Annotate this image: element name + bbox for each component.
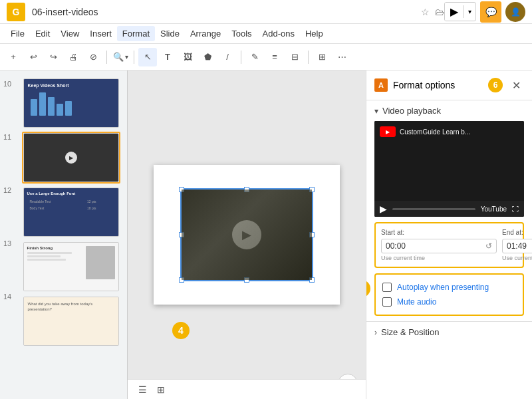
handle-tr[interactable]	[309, 187, 315, 192]
main-container: 10 11 12 13 14 Keep Videos Short	[0, 70, 532, 399]
video-play-button[interactable]: ▶	[380, 203, 387, 214]
cell: 12 pts	[86, 199, 114, 204]
text-tool[interactable]: T	[158, 48, 177, 66]
line-tool[interactable]: /	[218, 48, 237, 66]
handle-br[interactable]	[309, 277, 315, 283]
menu-insert[interactable]: Insert	[84, 26, 117, 41]
slides-sidebar: 10 11 12 13 14 Keep Videos Short	[0, 70, 128, 399]
menu-format[interactable]: Format	[117, 26, 155, 41]
present-main[interactable]: ▶	[445, 3, 464, 21]
paint-format-button[interactable]: ⊘	[84, 48, 102, 66]
slide-thumb-13[interactable]: Finish Strong	[22, 241, 120, 293]
start-time-input[interactable]	[386, 241, 485, 251]
menu-tools[interactable]: Tools	[226, 26, 257, 41]
menu-help[interactable]: Help	[300, 26, 329, 41]
end-time-hint[interactable]: Use current time	[502, 255, 532, 261]
slide-thumb-11[interactable]: ▶	[22, 132, 120, 184]
menu-file[interactable]: File	[5, 26, 30, 41]
time-fields-row: Start at: ↺ Use current time End at: ↺ U…	[381, 229, 517, 261]
menu-addons[interactable]: Add-ons	[257, 26, 300, 41]
slide13-image	[86, 246, 115, 279]
list-tool[interactable]: ≡	[265, 48, 284, 66]
slide-numbers: 10 11 12 13 14	[0, 70, 15, 399]
image-tool[interactable]: 🖼	[178, 48, 197, 66]
line-2	[27, 255, 61, 257]
start-reset-icon[interactable]: ↺	[485, 241, 492, 251]
handle-tl[interactable]	[179, 187, 184, 192]
print-button[interactable]: 🖨	[64, 48, 82, 66]
handle-ml[interactable]	[179, 232, 184, 237]
mute-checkbox[interactable]	[382, 297, 392, 307]
video-element[interactable]: ▶	[180, 188, 313, 281]
bar-2	[39, 92, 46, 116]
line-1	[27, 252, 72, 254]
toolbar: + ↩ ↪ 🖨 ⊘ 🔍 ▾ ↖ T 🖼 ⬟ / ✎ ≡ ⊟ ⊞ ⋯	[0, 44, 532, 70]
video-progress-bar[interactable]	[392, 208, 475, 210]
table-tool[interactable]: ⊟	[285, 48, 304, 66]
video-playback-section-header[interactable]: ▾ Video playback	[366, 100, 532, 121]
menu-slide[interactable]: Slide	[155, 26, 185, 41]
mute-option-row: Mute audio	[382, 295, 516, 309]
more-tools[interactable]: ⋯	[332, 48, 351, 66]
canvas-nav-bar: ☰ ⊞	[128, 379, 366, 399]
format-panel-header: A Format options 6 ✕	[366, 70, 532, 100]
mute-label[interactable]: Mute audio	[397, 297, 436, 307]
redo-button[interactable]: ↪	[44, 48, 63, 66]
autoplay-checkbox[interactable]	[382, 283, 392, 292]
start-time-hint[interactable]: Use current time	[381, 255, 497, 261]
end-time-input-row: ↺	[502, 239, 532, 253]
cell: 18 pts	[86, 205, 114, 211]
handle-tc[interactable]	[244, 187, 249, 192]
folder-icon[interactable]: 🗁	[435, 7, 444, 17]
menu-arrange[interactable]: Arrange	[185, 26, 226, 41]
undo-button[interactable]: ↩	[24, 48, 43, 66]
slide12-table: Readable Text12 pts Body Text18 pts	[27, 198, 115, 212]
time-section: Start at: ↺ Use current time End at: ↺ U…	[374, 222, 524, 268]
slide-number-13: 13	[3, 237, 11, 290]
autoplay-label[interactable]: Autoplay when presenting	[397, 283, 489, 292]
format-panel-close-button[interactable]: ✕	[508, 77, 524, 93]
video-play-circle[interactable]: ▶	[232, 220, 261, 249]
profile-avatar[interactable]: 👤	[505, 2, 525, 22]
handle-mr[interactable]	[309, 232, 315, 237]
slide-thumb-14[interactable]: What did you take away from today's pres…	[22, 295, 120, 347]
speaker-notes-button[interactable]: 💬	[480, 1, 501, 23]
start-time-input-row: ↺	[381, 239, 497, 253]
grid-view-button[interactable]: ⊞	[153, 382, 169, 398]
slide-thumb-14-inner: What did you take away from today's pres…	[23, 297, 119, 346]
present-arrow[interactable]: ▾	[464, 5, 475, 18]
slide11-content: ▶	[24, 134, 118, 182]
slide-thumbnails-panel: Keep Videos Short ▶	[15, 70, 128, 399]
options-section-wrapper: 5 Autoplay when presenting Mute audio	[366, 273, 532, 321]
handle-bl[interactable]	[179, 277, 184, 283]
menu-edit[interactable]: Edit	[30, 26, 55, 41]
pen-tool[interactable]: ✎	[245, 48, 264, 66]
slide-list-view-button[interactable]: ☰	[134, 382, 150, 398]
menu-view[interactable]: View	[55, 26, 84, 41]
slide10-content: Keep Videos Short	[24, 79, 118, 127]
fullscreen-icon[interactable]: ⛶	[512, 205, 519, 213]
select-tool[interactable]: ↖	[138, 48, 157, 66]
present-button[interactable]: ▶ ▾	[444, 2, 476, 21]
star-icon[interactable]: ☆	[421, 7, 430, 17]
add-button[interactable]: +	[4, 48, 23, 66]
end-time-input[interactable]	[507, 241, 532, 251]
slide12-title: Use a Large Enough Font	[27, 192, 115, 196]
insert-button[interactable]: ⊞	[313, 48, 331, 66]
youtube-logo-area: CustomGuide Learn b...	[380, 126, 470, 137]
toolbar-separator-4	[308, 51, 309, 64]
size-position-section[interactable]: › Size & Position	[366, 321, 532, 342]
slide-thumb-10-inner: Keep Videos Short	[23, 78, 119, 128]
shape-tool[interactable]: ⬟	[198, 48, 217, 66]
slide-thumb-12[interactable]: Use a Large Enough Font Readable Text12 …	[22, 186, 120, 238]
zoom-button[interactable]: 🔍 ▾	[111, 48, 130, 66]
end-time-field: End at: ↺ Use current time	[502, 229, 532, 261]
slide-thumb-10[interactable]: Keep Videos Short	[22, 77, 120, 129]
options-section: Autoplay when presenting Mute audio	[374, 273, 524, 316]
canvas-area: 3 ▶ 4 +	[128, 70, 366, 399]
badge-6: 6	[488, 78, 503, 92]
end-time-label: End at:	[502, 229, 532, 236]
badge-4: 4	[172, 322, 190, 339]
slide13-content: Finish Strong	[24, 243, 118, 291]
handle-bc[interactable]	[244, 277, 249, 283]
